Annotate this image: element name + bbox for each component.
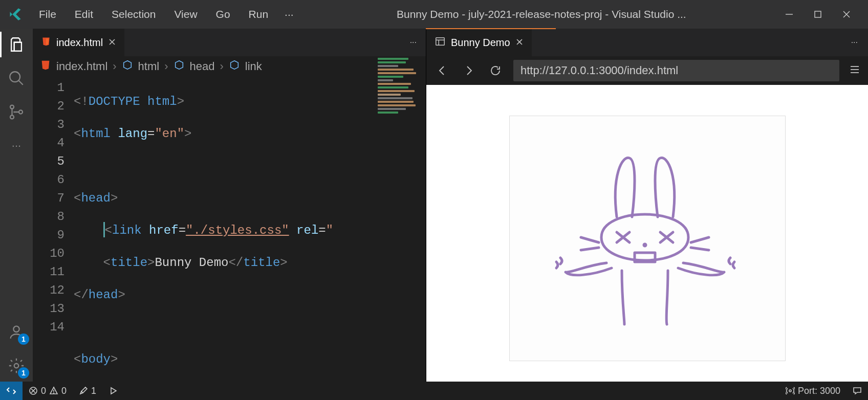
line-gutter: 1 2 3 4 5 6 7 8 9 10 11 12 13 14	[33, 77, 74, 337]
tab-index-html[interactable]: index.html	[33, 29, 125, 56]
main-area: ··· 1 1 index.html	[0, 29, 868, 382]
browser-toolbar	[426, 56, 868, 85]
settings-gear-icon[interactable]: 1	[7, 356, 26, 375]
menu-go[interactable]: Go	[208, 5, 238, 24]
svg-point-6	[10, 105, 14, 109]
breadcrumb-file[interactable]: index.html	[56, 60, 107, 73]
svg-point-8	[19, 110, 23, 114]
svg-point-32	[54, 393, 54, 393]
svg-point-23	[644, 244, 646, 246]
minimize-button[interactable]	[783, 8, 795, 20]
settings-badge: 1	[18, 367, 29, 379]
tab-label: index.html	[56, 37, 103, 49]
preview-pane	[426, 85, 868, 382]
svg-point-10	[14, 364, 19, 368]
port-status[interactable]: Port: 3000	[779, 386, 847, 396]
chevron-right-icon: ›	[164, 60, 168, 73]
svg-rect-1	[815, 11, 821, 17]
svg-line-27	[691, 248, 709, 250]
minimap[interactable]	[375, 56, 426, 179]
svg-point-9	[13, 326, 19, 332]
explorer-icon[interactable]	[7, 35, 26, 54]
svg-rect-13	[436, 37, 445, 45]
menu-edit[interactable]: Edit	[67, 5, 101, 24]
activity-bar: ··· 1 1	[0, 29, 33, 382]
breadcrumb-head[interactable]: head	[190, 60, 215, 73]
editor-overflow-icon[interactable]: ···	[410, 38, 417, 47]
tab-bunny-demo[interactable]: Bunny Demo	[426, 29, 532, 56]
preview-icon	[435, 36, 446, 50]
menu-selection[interactable]: Selection	[103, 5, 164, 24]
titlebar: File Edit Selection View Go Run ··· Bunn…	[0, 0, 868, 29]
breadcrumb-link[interactable]: link	[245, 60, 262, 73]
main-menu: File Edit Selection View Go Run ···	[31, 5, 300, 24]
svg-point-4	[10, 72, 20, 82]
window-controls	[783, 8, 868, 20]
browser-back-button[interactable]	[433, 62, 451, 79]
breadcrumb[interactable]: index.html › html › head › link	[33, 56, 426, 77]
accounts-icon[interactable]: 1	[7, 322, 26, 342]
preview-tabs: Bunny Demo ···	[426, 29, 868, 56]
breadcrumb-html[interactable]: html	[138, 60, 160, 73]
menu-overflow-icon[interactable]: ···	[278, 5, 300, 24]
left-editor: index.html ··· index.html › html › he	[33, 29, 426, 382]
browser-forward-button[interactable]	[460, 62, 478, 79]
chevron-right-icon: ›	[113, 60, 116, 73]
svg-line-26	[691, 237, 709, 242]
menu-view[interactable]: View	[166, 5, 205, 24]
editor-group: index.html ··· index.html › html › he	[33, 29, 868, 382]
debug-status[interactable]	[102, 386, 124, 395]
code-lines: <!DOCTYPE html> <html lang="en"> <head> …	[74, 79, 333, 382]
editor-actions: ···	[410, 29, 426, 56]
right-editor: Bunny Demo ···	[426, 29, 868, 382]
search-icon[interactable]	[7, 69, 26, 88]
svg-point-33	[789, 390, 791, 392]
svg-line-25	[581, 248, 599, 250]
problems-status[interactable]: 0 0	[23, 386, 73, 396]
more-icon[interactable]: ···	[7, 136, 26, 155]
tab-label: Bunny Demo	[451, 37, 510, 49]
feedback-icon[interactable]	[847, 386, 868, 395]
preview-canvas	[509, 116, 786, 361]
vscode-logo-icon	[0, 7, 31, 21]
editor-overflow-icon[interactable]: ···	[851, 38, 858, 47]
symbol-icon	[229, 59, 240, 74]
source-control-icon[interactable]	[7, 102, 26, 122]
symbol-icon	[173, 59, 185, 74]
code-editor[interactable]: 1 2 3 4 5 6 7 8 9 10 11 12 13 14 <!DOCTY…	[33, 77, 426, 382]
menu-run[interactable]: Run	[241, 5, 277, 24]
remote-button[interactable]	[0, 382, 23, 400]
window-title: Bunny Demo - july-2021-release-notes-pro…	[300, 8, 783, 20]
close-button[interactable]	[840, 8, 853, 20]
maximize-button[interactable]	[812, 8, 824, 20]
svg-point-7	[10, 115, 14, 119]
bunny-image	[550, 145, 745, 331]
tab-close-icon[interactable]	[108, 37, 116, 49]
svg-line-24	[581, 237, 599, 242]
chevron-right-icon: ›	[220, 60, 223, 73]
html5-file-icon	[41, 36, 51, 49]
editor-tabs: index.html ···	[33, 29, 426, 56]
accounts-badge: 1	[18, 334, 29, 345]
browser-reload-button[interactable]	[487, 62, 504, 79]
title-accent	[426, 28, 556, 29]
status-bar: 0 0 1 Port: 3000	[0, 382, 868, 400]
menu-file[interactable]: File	[31, 5, 64, 24]
symbol-icon	[122, 59, 133, 74]
html5-icon	[40, 59, 51, 74]
tab-close-icon[interactable]	[515, 37, 524, 49]
tools-status[interactable]: 1	[73, 386, 102, 396]
url-input[interactable]	[513, 60, 839, 81]
svg-line-5	[18, 80, 23, 85]
browser-menu-icon[interactable]	[849, 63, 861, 78]
